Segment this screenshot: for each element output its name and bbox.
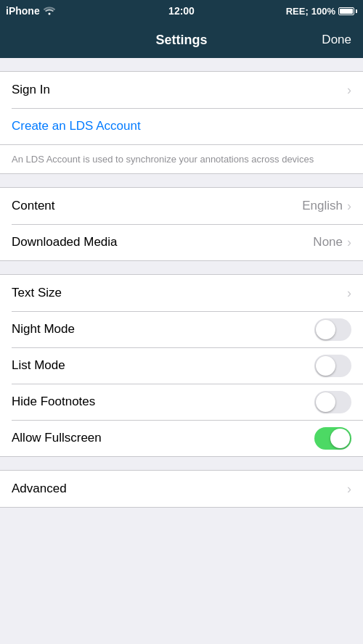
done-button[interactable]: Done — [322, 33, 351, 47]
content-label: Content — [12, 199, 302, 213]
content-row[interactable]: Content English › — [0, 188, 363, 224]
downloaded-media-row[interactable]: Downloaded Media None › — [0, 224, 363, 260]
night-mode-label: Night Mode — [12, 322, 314, 337]
text-size-label: Text Size — [12, 286, 347, 300]
hide-footnotes-label: Hide Footnotes — [12, 395, 314, 409]
spacer-1 — [0, 174, 363, 187]
allow-fullscreen-label: Allow Fullscreen — [12, 431, 314, 445]
advanced-row[interactable]: Advanced › — [0, 471, 363, 507]
nav-bar: Settings Done — [0, 22, 363, 58]
text-size-chevron: › — [347, 286, 351, 301]
allow-fullscreen-thumb — [330, 429, 350, 448]
battery-icon — [338, 7, 357, 15]
sign-in-label: Sign In — [12, 83, 347, 97]
list-mode-thumb — [316, 356, 335, 376]
content-chevron: › — [347, 199, 351, 214]
display-section: Text Size › Night Mode List Mode Hide Fo… — [0, 274, 363, 457]
night-mode-toggle[interactable] — [314, 318, 351, 341]
text-size-row[interactable]: Text Size › — [0, 275, 363, 311]
status-right: REE; 100% — [286, 6, 357, 17]
account-note-text: An LDS Account is used to synchronize yo… — [12, 154, 314, 165]
create-account-row[interactable]: Create an LDS Account — [0, 108, 363, 144]
night-mode-row[interactable]: Night Mode — [0, 311, 363, 347]
account-note-row: An LDS Account is used to synchronize yo… — [0, 144, 363, 173]
hide-footnotes-thumb — [316, 392, 335, 412]
list-mode-label: List Mode — [12, 358, 314, 373]
content-value: English — [302, 199, 343, 213]
sign-in-row[interactable]: Sign In › — [0, 72, 363, 108]
advanced-label: Advanced — [12, 482, 347, 496]
hide-footnotes-toggle[interactable] — [314, 391, 351, 413]
downloaded-media-chevron: › — [347, 235, 351, 250]
hide-footnotes-row[interactable]: Hide Footnotes — [0, 384, 363, 420]
status-time: 12:00 — [168, 5, 195, 17]
create-account-label: Create an LDS Account — [12, 119, 141, 133]
nav-title: Settings — [155, 33, 207, 48]
advanced-chevron: › — [347, 482, 351, 497]
spacer-2 — [0, 261, 363, 274]
account-section: Sign In › Create an LDS Account An LDS A… — [0, 71, 363, 174]
carrier-label: iPhone — [6, 5, 40, 17]
downloaded-media-value: None — [313, 235, 343, 249]
sign-in-chevron: › — [347, 83, 351, 98]
status-left: iPhone — [6, 5, 55, 17]
list-mode-toggle[interactable] — [314, 355, 351, 377]
spacer-3 — [0, 457, 363, 470]
battery-percent: 100% — [311, 6, 335, 17]
allow-fullscreen-toggle[interactable] — [314, 427, 351, 450]
night-mode-thumb — [316, 320, 335, 339]
downloaded-media-label: Downloaded Media — [12, 235, 313, 249]
top-spacer — [0, 58, 363, 71]
bluetooth-icon: REE; — [286, 6, 309, 17]
list-mode-row[interactable]: List Mode — [0, 347, 363, 384]
advanced-section: Advanced › — [0, 470, 363, 508]
content-section: Content English › Downloaded Media None … — [0, 187, 363, 261]
allow-fullscreen-row[interactable]: Allow Fullscreen — [0, 420, 363, 456]
wifi-icon — [44, 5, 55, 17]
status-bar: iPhone 12:00 REE; 100% — [0, 0, 363, 22]
